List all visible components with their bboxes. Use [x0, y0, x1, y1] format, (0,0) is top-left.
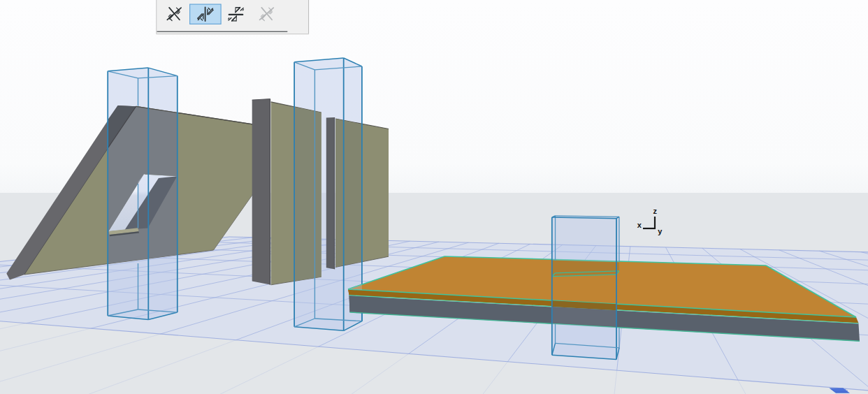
svg-text:x: x: [637, 221, 642, 229]
svg-text:z: z: [653, 207, 658, 215]
svg-text:y: y: [658, 227, 663, 235]
